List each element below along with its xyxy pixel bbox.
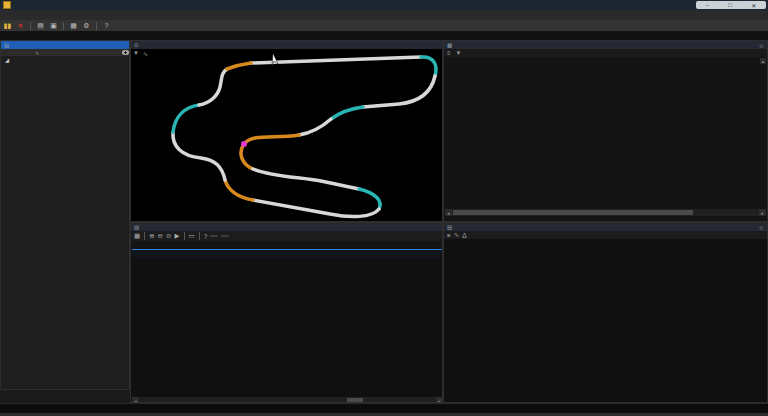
log-columns-header: ∿	[1, 49, 129, 56]
run-chart-header[interactable]: ▤ ☆	[444, 223, 767, 231]
scrollbar-thumb[interactable]	[453, 210, 693, 215]
menu-icon[interactable]: ≡	[447, 50, 451, 56]
scroll-right-icon[interactable]: ▸	[759, 209, 766, 216]
log-manager-icon: ▤	[4, 42, 9, 48]
toolbar-separator	[63, 22, 64, 30]
app-window: – □ ✕ ▮▮ ✕ ▤ ▣ ▦ ⚙ ? ▤ ∿	[0, 0, 768, 416]
filter-icon[interactable]: ▼	[456, 50, 462, 56]
graph-icon: ▤	[134, 224, 139, 230]
cursor-time-label	[221, 235, 229, 237]
export-icon[interactable]: ▤	[36, 21, 45, 30]
toolbar-separator	[184, 232, 185, 240]
lap-time-chart[interactable]	[445, 239, 766, 402]
route-icon[interactable]: ∿	[454, 231, 459, 239]
toolbar-separator	[30, 22, 31, 30]
lap-segment-bar	[132, 249, 443, 258]
log-manager-header[interactable]: ▤	[1, 41, 129, 49]
zoom-out-icon[interactable]: ⊖	[158, 232, 163, 240]
toolbar-separator	[96, 22, 97, 30]
toolbar-separator	[199, 232, 200, 240]
menu-bar	[0, 10, 768, 20]
lap-table-header[interactable]: ▦ ☆	[444, 41, 767, 49]
maximize-icon[interactable]: □	[728, 2, 732, 8]
favorite-star-icon[interactable]: ☆	[759, 42, 764, 49]
import-icon[interactable]: ▣	[49, 21, 58, 30]
sort-icon[interactable]: ∿	[32, 50, 42, 56]
scroll-left-icon[interactable]: ◂	[445, 209, 452, 216]
expander-icon[interactable]: ◢	[5, 57, 9, 63]
visibility-column-eye-icon[interactable]	[122, 50, 129, 56]
table-icon: ▦	[447, 42, 452, 48]
track-map-panel: ⊙ ▼ ∿	[130, 40, 443, 222]
graph-view-tabs	[131, 241, 442, 249]
title-bar: – □ ✕	[0, 0, 768, 10]
log-manager-panel: ▤ ∿ ◢	[0, 40, 130, 390]
close-icon[interactable]: ✕	[751, 2, 756, 9]
run-chart-panel: ▤ ☆ ≡ ∿ Δ	[443, 222, 768, 403]
delta-icon[interactable]: Δ	[462, 232, 466, 239]
window-controls: – □ ✕	[696, 1, 766, 9]
desktop-tab-bar	[0, 31, 768, 40]
chart-icon: ▤	[447, 224, 452, 230]
menu-icon[interactable]: ≡	[447, 232, 451, 239]
graph-toolbar: ▦ ⊕ ⊖ ⊙ ▶ ▭ ?	[131, 231, 442, 241]
map-icon: ⊙	[134, 42, 139, 48]
channel-color-icon	[149, 259, 153, 263]
open-folder-icon[interactable]: ▮▮	[3, 21, 12, 30]
app-icon	[3, 1, 11, 9]
main-toolbar: ▮▮ ✕ ▤ ▣ ▦ ⚙ ?	[0, 20, 768, 31]
zoom-in-icon[interactable]: ⊕	[149, 232, 154, 240]
layout-icon[interactable]: ▦	[69, 21, 78, 30]
settings-gear-icon[interactable]: ⚙	[82, 21, 91, 30]
toolbar-separator	[144, 232, 145, 240]
grid-icon[interactable]: ▦	[134, 232, 140, 240]
lap-source-label	[0, 390, 130, 403]
lap-table-hscrollbar[interactable]: ◂ ▸	[445, 209, 766, 216]
graph-log-panel: ▤ ▦ ⊕ ⊖ ⊙ ▶ ▭ ? ◂ ▸	[130, 222, 443, 403]
lap-table-panel: ▦ ☆ ≡ ▼ ◂ ▸ ▲	[443, 40, 768, 222]
speed-plot[interactable]	[145, 258, 441, 393]
channel-legend[interactable]	[149, 259, 156, 263]
car-position-marker	[241, 141, 247, 147]
zoom-level-label	[210, 235, 218, 237]
track-map-canvas[interactable]	[131, 49, 442, 222]
track-map-header[interactable]: ⊙	[131, 41, 442, 49]
mouse-cursor-icon	[272, 53, 278, 66]
play-icon[interactable]: ▶	[175, 232, 180, 240]
marquee-icon[interactable]: ▭	[189, 232, 195, 240]
session-tree-item[interactable]: ◢	[1, 56, 129, 63]
zoom-fit-icon[interactable]: ⊙	[166, 232, 171, 240]
favorite-star-icon[interactable]: ☆	[759, 224, 764, 231]
minimize-icon[interactable]: –	[706, 2, 709, 8]
run-chart-toolbar: ≡ ∿ Δ	[444, 231, 767, 239]
close-log-icon[interactable]: ✕	[16, 21, 25, 30]
lap-table-toolbar: ≡ ▼	[444, 49, 767, 57]
help-icon[interactable]: ?	[102, 21, 111, 30]
help-icon[interactable]: ?	[204, 233, 208, 240]
status-bar	[0, 403, 768, 413]
graph-log-header[interactable]: ▤	[131, 223, 442, 231]
scroll-up-icon[interactable]: ▲	[760, 58, 766, 64]
